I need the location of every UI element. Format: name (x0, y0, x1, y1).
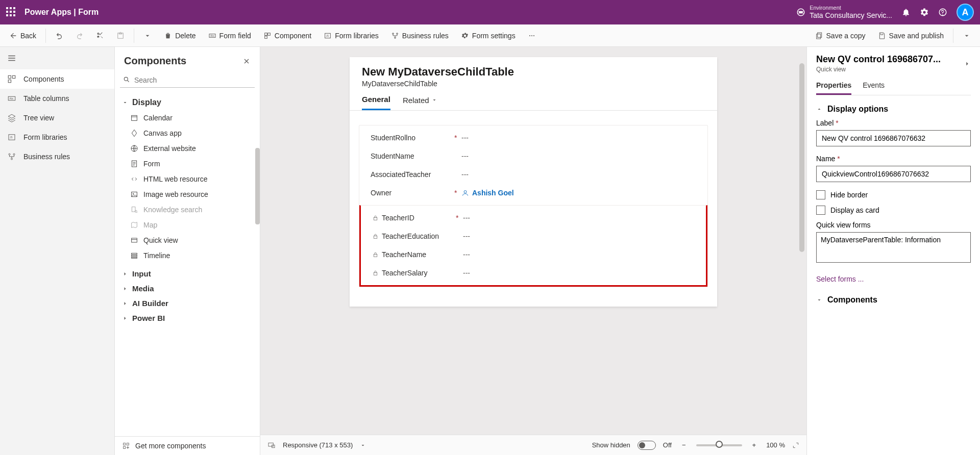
name-input[interactable] (816, 166, 971, 182)
show-hidden-toggle[interactable] (638, 441, 656, 450)
components-search-input[interactable] (120, 73, 255, 88)
chevron-down-icon[interactable] (360, 442, 366, 448)
hamburger-icon[interactable] (7, 54, 16, 63)
chevron-down-button[interactable] (138, 29, 157, 43)
field-associated-teacher[interactable]: AssociatedTeacher --- (359, 165, 707, 184)
map-icon (130, 221, 138, 229)
field-teacher-edu[interactable]: TeacherEducation --- (361, 227, 706, 245)
nav-business-rules[interactable]: Business rules (0, 147, 114, 166)
settings-icon[interactable] (920, 8, 929, 17)
save-split-chevron[interactable] (958, 29, 976, 43)
form-tabs: General Related (350, 88, 717, 111)
comp-external-website[interactable]: External website (115, 141, 260, 156)
components-scroll[interactable]: Display Calendar Canvas app External web… (115, 92, 260, 436)
chevron-right-icon[interactable] (964, 60, 971, 67)
canvas[interactable]: New MyDataverseChildTable MyDataverseChi… (260, 47, 806, 435)
nav-table-columns[interactable]: Abc Table columns (0, 89, 114, 108)
group-media[interactable]: Media (115, 281, 260, 296)
comp-timeline[interactable]: Timeline (115, 248, 260, 263)
check-hide-border[interactable]: Hide border (816, 190, 971, 199)
qv-forms-input[interactable] (816, 232, 971, 263)
responsive-label[interactable]: Responsive (713 x 553) (283, 441, 353, 449)
form-card[interactable]: New MyDataverseChildTable MyDataverseChi… (350, 57, 717, 307)
scrollbar-thumb[interactable] (255, 148, 260, 224)
svg-rect-36 (132, 257, 137, 258)
comp-image-resource[interactable]: Image web resource (115, 187, 260, 202)
zoom-out-button[interactable]: − (679, 441, 689, 449)
environment-icon (796, 8, 805, 17)
nav-components[interactable]: Components (0, 69, 114, 89)
label-input[interactable] (816, 130, 971, 146)
comp-calendar[interactable]: Calendar (115, 110, 260, 125)
section-main[interactable]: StudentRollno * --- StudentName --- Asso… (359, 125, 708, 287)
field-teacher-name[interactable]: TeacherName --- (361, 245, 706, 264)
save-icon (878, 32, 886, 40)
canvas-scrollbar[interactable] (799, 59, 804, 424)
delete-button[interactable]: Delete (159, 29, 201, 43)
checkbox[interactable] (816, 206, 825, 215)
form-libraries-label: Form libraries (335, 32, 379, 40)
get-more-components[interactable]: Get more components (115, 436, 260, 455)
notification-icon[interactable] (901, 8, 911, 17)
zoom-slider[interactable] (696, 444, 742, 446)
svg-rect-35 (132, 255, 137, 257)
command-bar: Back Delete Abc Form field Component (0, 24, 980, 47)
field-teacher-salary[interactable]: TeacherSalary --- (361, 264, 706, 282)
paste-button[interactable] (111, 29, 130, 43)
field-teacher-id[interactable]: TeacherID * --- (361, 209, 706, 227)
undo-button[interactable] (50, 29, 68, 43)
comp-canvas-app[interactable]: Canvas app (115, 125, 260, 141)
tab-properties[interactable]: Properties (816, 81, 851, 95)
checkbox[interactable] (816, 190, 825, 199)
svg-point-11 (531, 35, 532, 36)
comp-form[interactable]: Form (115, 156, 260, 171)
field-student-rollno[interactable]: StudentRollno * --- (359, 129, 707, 147)
group-ai-builder[interactable]: AI Builder (115, 296, 260, 311)
check-display-card[interactable]: Display as card (816, 206, 971, 215)
field-student-name[interactable]: StudentName --- (359, 147, 707, 165)
group-display[interactable]: Display (115, 95, 260, 110)
comp-html-resource[interactable]: HTML web resource (115, 171, 260, 187)
lock-icon (372, 215, 379, 221)
svg-rect-42 (374, 236, 377, 238)
form-settings-button[interactable]: Form settings (456, 29, 521, 43)
comp-map: Map (115, 217, 260, 233)
flow-icon (391, 32, 399, 40)
cut-button[interactable] (91, 29, 109, 43)
environment-picker[interactable]: Environment Tata Consultancy Servic... (796, 5, 892, 20)
svg-rect-41 (374, 217, 377, 220)
app-launcher-icon[interactable] (6, 7, 16, 17)
quickview-control[interactable]: TeacherID * --- TeacherEducation --- Tea… (359, 205, 707, 287)
tab-general[interactable]: General (362, 95, 390, 110)
group-power-bi[interactable]: Power BI (115, 311, 260, 325)
nav-form-libraries[interactable]: JS Form libraries (0, 128, 114, 147)
save-publish-button[interactable]: Save and publish (873, 29, 949, 43)
fit-icon[interactable] (792, 442, 799, 449)
user-avatar[interactable]: A (957, 4, 974, 21)
section-components[interactable]: Components (816, 295, 971, 305)
tab-related[interactable]: Related (403, 95, 437, 110)
business-rules-button[interactable]: Business rules (386, 29, 454, 43)
select-forms-link[interactable]: Select forms ... (816, 275, 971, 283)
owner-value[interactable]: Ashish Goel (461, 189, 514, 197)
redo-button[interactable] (70, 29, 89, 43)
chevron-down-icon (143, 32, 152, 40)
help-icon[interactable] (938, 8, 947, 17)
svg-rect-43 (374, 254, 377, 257)
group-input[interactable]: Input (115, 266, 260, 281)
form-libraries-button[interactable]: JS Form libraries (318, 29, 384, 43)
form-field-button[interactable]: Abc Form field (203, 29, 256, 43)
comp-quick-view[interactable]: Quick view (115, 233, 260, 248)
canvas-area: New MyDataverseChildTable MyDataverseChi… (260, 47, 806, 455)
overflow-button[interactable] (523, 29, 541, 43)
back-button[interactable]: Back (4, 29, 41, 43)
close-icon[interactable] (242, 57, 251, 65)
field-owner[interactable]: Owner * Ashish Goel (359, 184, 707, 202)
save-copy-button[interactable]: Save a copy (810, 29, 871, 43)
section-display-options[interactable]: Display options (816, 105, 971, 114)
component-button[interactable]: Component (258, 29, 316, 43)
zoom-in-button[interactable]: + (749, 441, 760, 449)
svg-point-12 (533, 35, 534, 36)
nav-tree-view[interactable]: Tree view (0, 108, 114, 128)
tab-events[interactable]: Events (863, 81, 885, 95)
